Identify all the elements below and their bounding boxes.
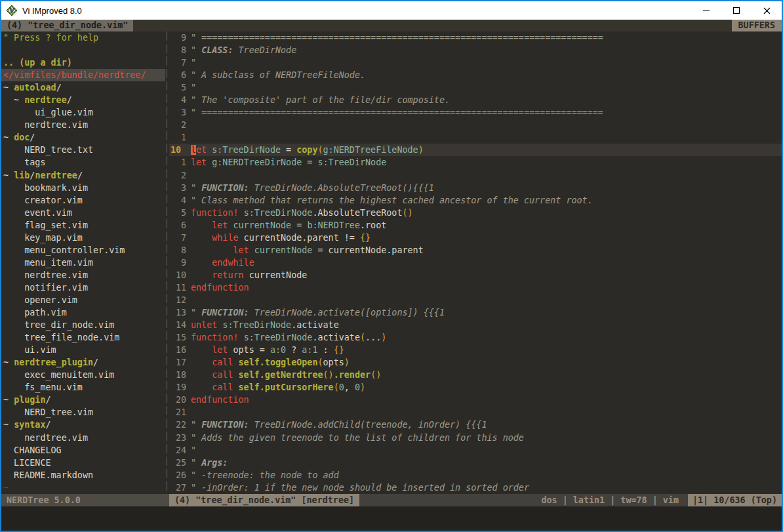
tree-item[interactable]: ~ doc/ [1,131,165,144]
code-line[interactable]: 21 [169,406,782,419]
code-line[interactable]: 12 [169,294,782,306]
code-line[interactable]: 27" -inOrder: 1 if the new node should b… [169,481,782,494]
code-line[interactable]: 4" Class method that returns the highest… [169,194,782,207]
tree-item[interactable]: tree_file_node.vim [1,331,165,344]
tree-item[interactable]: notifier.vim [1,281,165,294]
tree-item[interactable]: ui.vim [1,344,165,356]
tree-item[interactable]: ~ [1,481,165,494]
line-number: 6 [169,69,191,81]
code-line-current[interactable]: 10let s:TreeDirNode = copy(g:NERDTreeFil… [169,144,782,156]
code-line[interactable]: 7 while currentNode.parent != {} [169,232,782,244]
code-line[interactable]: 2 [169,169,782,182]
token: " [191,420,201,430]
code-line[interactable]: 26" -treenode: the node to add [169,469,782,481]
tree-item[interactable]: exec_menuitem.vim [1,369,165,381]
tree-item[interactable]: nerdtree.vim [1,432,165,444]
tree-item-selected[interactable]: </vimfiles/bundle/nerdtree/ [1,69,165,81]
code-line[interactable]: 9 endwhile [169,256,782,269]
token: syntax [14,420,45,430]
tree-item[interactable]: tree_dir_node.vim [1,319,165,331]
code-line[interactable]: 4" The 'composite' part of the file/dir … [169,94,782,106]
token [191,233,212,243]
tree-item[interactable]: nerdtree.vim [1,119,165,131]
tree-item[interactable]: nerdtree.vim [1,269,165,281]
code-line[interactable]: 20endfunction [169,394,782,406]
code-line[interactable]: 13" FUNCTION: TreeDirNode.activate([opti… [169,306,782,319]
status-line: NERDTree 5.0.0 (4) "tree_dir_node.vim" [… [1,494,782,506]
code-line[interactable]: 14unlet s:TreeDirNode.activate [169,319,782,331]
code-line[interactable]: 24" [169,444,782,457]
minimize-button[interactable] [691,1,721,20]
code-line[interactable]: 10 return currentNode [169,269,782,281]
token: " [191,308,201,317]
tree-item[interactable]: NERD_tree.txt [1,144,165,156]
code-line[interactable]: 23" Adds the given treenode to the list … [169,432,782,444]
tab-tree-dir-node[interactable]: (4) "tree_dir_node.vim" [1,20,133,31]
code-line[interactable]: 25" Args: [169,457,782,469]
tree-item[interactable]: ~ autoload/ [1,81,165,94]
tree-item[interactable]: ui_glue.vim [1,106,165,119]
tree-item[interactable]: LICENCE [1,457,165,469]
line-number: 23 [169,432,191,444]
tree-item[interactable]: tags [1,156,165,169]
token: = [281,145,296,155]
tree-item[interactable]: path.vim [1,306,165,319]
code-line[interactable]: 15function! s:TreeDirNode.activate(...) [169,331,782,344]
line-number: 7 [169,56,191,69]
code-line[interactable]: 2 [169,119,782,131]
tree-item[interactable]: menu_controller.vim [1,244,165,256]
tree-item[interactable]: ~ plugin/ [1,394,165,406]
tree-item[interactable]: CHANGELOG [1,444,165,457]
tree-item[interactable]: key_map.vim [1,232,165,244]
code-line[interactable]: 18 call self.getNerdtree().render() [169,369,782,381]
tree-item[interactable]: event.vim [1,207,165,219]
tree-item[interactable]: flag_set.vim [1,219,165,232]
tabline-spacer [133,20,731,31]
tree-item[interactable]: README.markdown [1,469,165,481]
code-line[interactable]: 6 let currentNode = b:NERDTree.root [169,219,782,232]
code-line[interactable]: 6" A subclass of NERDTreeFileNode. [169,69,782,81]
token [249,245,254,255]
statusline-spacer [359,494,541,506]
code-line[interactable]: 8 let currentNode = currentNode.parent [169,244,782,256]
token: ( [318,145,323,155]
tree-item[interactable] [1,44,165,56]
code-line[interactable]: 5" [169,81,782,94]
tree-item[interactable]: menu_item.vim [1,256,165,269]
token: " ======================================… [191,33,603,43]
code-line[interactable]: 7" [169,56,782,69]
token [239,333,244,342]
maximize-button[interactable] [721,1,752,20]
tree-item[interactable]: opener.vim [1,294,165,306]
code-line[interactable]: 11endfunction [169,281,782,294]
buffers-tab[interactable]: BUFFERS [732,20,782,31]
code-line[interactable]: 3" FUNCTION: TreeDirNode.AbsoluteTreeRoo… [169,182,782,194]
command-line-area[interactable] [1,506,782,531]
tree-item[interactable]: " Press ? for help [1,31,165,44]
code-line[interactable]: 22" FUNCTION: TreeDirNode.addChild(treen… [169,419,782,431]
token: function! [191,208,239,218]
tree-item[interactable]: fs_menu.vim [1,381,165,394]
vertical-split-handle[interactable] [165,31,169,494]
code-line[interactable]: 17 call self.toggleOpen(opts) [169,356,782,369]
code-line[interactable]: 9" =====================================… [169,31,782,44]
tree-item[interactable]: bookmark.vim [1,182,165,194]
line-number: 19 [169,381,191,394]
token: et [196,145,207,155]
close-button[interactable] [752,1,782,20]
code-line[interactable]: 16 let opts = a:0 ? a:1 : {} [169,344,782,356]
tree-item[interactable]: NERD_tree.vim [1,406,165,419]
tree-item[interactable]: .. (up a dir) [1,56,165,69]
tree-item[interactable]: ~ nerdtree/ [1,94,165,106]
tree-item[interactable]: ~ nerdtree_plugin/ [1,356,165,369]
code-line[interactable]: 19 call self.putCursorHere(0, 0) [169,381,782,394]
code-line[interactable]: 8" CLASS: TreeDirNode [169,44,782,56]
token: nerdtree [35,171,77,180]
code-line[interactable]: 3" =====================================… [169,106,782,119]
tree-item[interactable]: creator.vim [1,194,165,207]
code-line[interactable]: 1let g:NERDTreeDirNode = s:TreeDirNode [169,156,782,169]
code-line[interactable]: 5function! s:TreeDirNode.AbsoluteTreeRoo… [169,207,782,219]
code-line[interactable]: 1 [169,131,782,144]
tree-item[interactable]: ~ syntax/ [1,419,165,431]
tree-item[interactable]: ~ lib/nerdtree/ [1,169,165,182]
